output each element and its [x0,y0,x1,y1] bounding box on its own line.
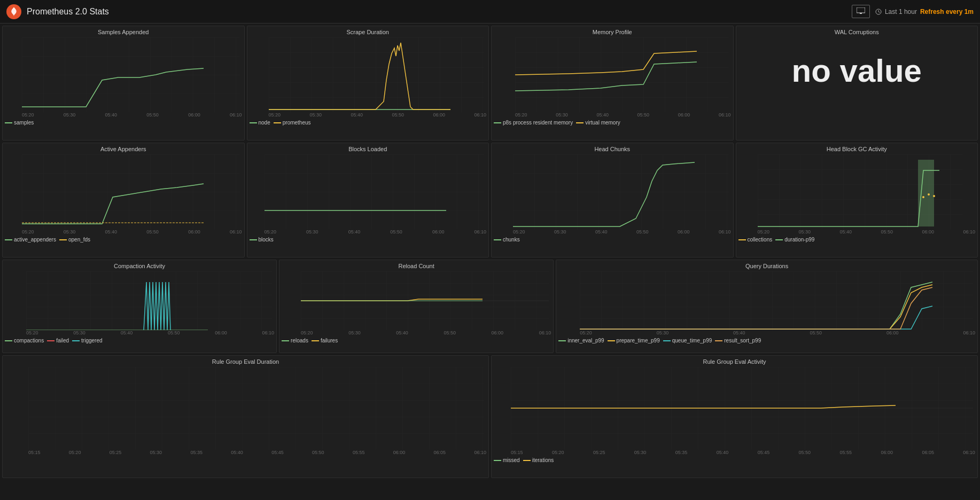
legend-label: chunks [503,237,520,243]
legend-item-prepare-time: prepare_time_p99 [608,338,660,343]
svg-rect-1 [857,7,865,13]
legend-label: active_appenders [14,237,56,243]
time-range-label: Last 1 hour [885,8,917,15]
row-4: Rule Group Eval Duration 05:1505:2005:25… [2,355,978,478]
legend-item-openfds: open_fds [59,237,90,243]
legend-label: collections [748,237,773,243]
legend-color [250,239,257,240]
chart-compaction [26,271,272,330]
legend: inner_eval_p99 prepare_time_p99 queue_ti… [556,337,977,346]
clock-icon [875,9,882,15]
app-header: Prometheus 2.0 Stats Last 1 hour Refresh… [0,0,980,24]
legend-label: compactions [14,338,44,343]
svg-rect-13 [269,37,485,112]
legend-item-collections: collections [738,237,773,243]
legend-label: reloads [291,338,308,343]
panel-query-durations: Query Durations 05:2005:3005:4005:5006:0… [556,260,978,353]
chart-active-appenders [22,154,240,229]
legend-label: failures [321,338,338,343]
chart-scrape-duration [269,37,485,112]
legend-label: blocks [259,237,274,243]
legend-label: failed [56,338,69,343]
dashboard: Samples Appended 30 20 10 0 05:2005:3005… [0,24,980,480]
legend-item-duration: duration-p99 [775,237,814,243]
panel-title: Reload Count [279,260,553,270]
legend-item-triggered: triggered [72,338,102,343]
panel-title: Rule Group Eval Duration [3,356,488,366]
legend-color [5,239,12,240]
legend-item-queue-time: queue_time_p99 [663,338,712,343]
svg-rect-16 [265,154,485,229]
legend-label: samples [14,120,34,126]
legend-item-prometheus: prometheus [274,120,311,126]
refresh-label[interactable]: Refresh every 1m [920,8,974,15]
legend-color [5,340,12,341]
row-1: Samples Appended 30 20 10 0 05:2005:3005… [2,26,978,140]
prometheus-logo [6,4,21,19]
legend-item-failed: failed [47,338,69,343]
panel-title: Samples Appended [3,26,244,36]
chart-rule-group-eval-duration [28,367,484,450]
monitor-button[interactable] [852,5,870,18]
legend: blocks [247,236,489,245]
legend-item-node: node [250,120,270,126]
row-3: Compaction Activity 05:2005:3005:4005:50… [2,260,978,353]
panel-title: Head Chunks [492,143,733,153]
time-range-info: Last 1 hour Refresh every 1m [875,8,974,15]
svg-rect-15 [22,154,240,229]
legend: active_appenders open_fds [3,236,244,245]
legend-label: virtual memory [585,120,620,126]
legend-color [494,239,501,240]
legend-label: iterations [532,457,554,463]
svg-rect-14 [515,37,729,112]
legend-color [558,340,566,341]
svg-point-22 [933,195,935,197]
panel-title: Compaction Activity [3,260,276,270]
legend-item-compactions: compactions [5,338,44,343]
chart-head-chunks [513,154,729,229]
legend-label: prometheus [283,120,311,126]
panel-body: 05:1505:2005:2505:3005:3505:4005:4505:50… [3,366,488,456]
legend-label: triggered [81,338,102,343]
legend-label: queue_time_p99 [672,338,712,343]
panel-body: 05:2005:3005:4005:5006:0006:10 [3,270,276,337]
legend-item-active: active_appenders [5,237,56,243]
legend-label: missed [503,457,520,463]
chart-head-block-gc [758,154,963,229]
legend: chunks [492,236,733,245]
svg-point-20 [922,196,924,198]
panel-body: 05:2005:3005:4005:5006:0006:10 [247,36,489,119]
panel-body: 05:2005:3005:4005:5006:0006:10 [736,153,978,236]
panel-wal-corruptions: WAL Corruptions no value [736,26,978,140]
legend-color [72,340,80,341]
legend-label: p8s process resident memory [503,120,573,126]
svg-rect-17 [513,154,729,229]
legend-item-inner-eval: inner_eval_p99 [558,338,604,343]
chart-rule-group-eval-activity [511,367,973,450]
chart-memory-profile [515,37,729,112]
legend-item-iterations: iterations [523,457,554,463]
legend-item-resident: p8s process resident memory [494,120,573,126]
svg-rect-2 [860,13,862,14]
legend-item: samples [5,120,34,126]
panel-body: 05:2005:3005:4005:5006:0006:10 [279,270,553,337]
legend-color [523,460,531,461]
chart-blocks-loaded [265,154,485,229]
panel-title: Rule Group Eval Activity [492,356,977,366]
panel-head-block-gc: Head Block GC Activity 05:2005:3005:4005… [736,143,978,257]
panel-body: 30 20 10 0 05:2005:3005:4005:5006:0006:1… [3,36,244,119]
legend: reloads failures [279,337,553,346]
panel-body: 05:1505:2005:2505:3005:3505:4005:4505:50… [492,366,977,456]
legend-color [738,239,746,240]
panel-title: Active Appenders [3,143,244,153]
panel-body: 05:2005:3005:4005:5006:0006:10 [556,270,977,337]
panel-head-chunks: Head Chunks 05:2005:3005:4005:5006:0006:… [491,143,734,257]
legend-color [775,239,783,240]
header-controls: Last 1 hour Refresh every 1m [852,5,974,18]
legend-label: inner_eval_p99 [567,338,604,343]
legend: compactions failed triggered [3,337,276,346]
svg-rect-7 [22,37,240,112]
panel-title: WAL Corruptions [736,26,978,36]
chart-reload-count [301,271,549,330]
panel-active-appenders: Active Appenders 05:2005:3005:4005:5006:… [2,143,245,257]
